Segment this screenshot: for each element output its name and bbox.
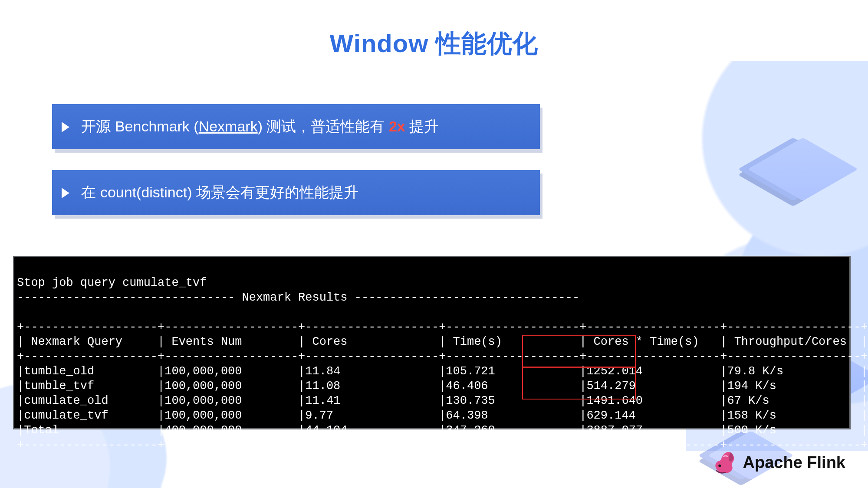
chevron-right-icon bbox=[62, 188, 69, 198]
bullet-text-post: 提升 bbox=[405, 118, 439, 134]
bullet-text: 在 count(distinct) 场景会有更好的性能提升 bbox=[81, 184, 358, 200]
terminal-sep: +-------------------+-------------------… bbox=[17, 350, 868, 363]
terminal-sep: +-------------------+-------------------… bbox=[17, 321, 868, 334]
bullet-text-mid: ) 测试，普适性能有 bbox=[258, 118, 389, 134]
logo-text: Apache Flink bbox=[743, 453, 846, 472]
bullet-count-distinct: 在 count(distinct) 场景会有更好的性能提升 bbox=[52, 170, 540, 215]
terminal-header: | Nexmark Query | Events Num | Cores | T… bbox=[17, 335, 868, 348]
terminal-output: Stop job query cumulate_tvf ------------… bbox=[13, 256, 851, 429]
page-title: Window 性能优化 bbox=[0, 27, 868, 61]
terminal-line: Stop job query cumulate_tvf bbox=[17, 276, 207, 289]
table-row: |cumulate_old |100,000,000 |11.41 |130.7… bbox=[17, 394, 868, 407]
table-row: |tumble_tvf |100,000,000 |11.08 |46.406 … bbox=[17, 380, 868, 393]
apache-flink-logo: Apache Flink bbox=[709, 449, 846, 476]
bullet-text-pre: 开源 Benchmark ( bbox=[81, 118, 198, 134]
bullet-highlight-2x: 2x bbox=[389, 118, 405, 134]
svg-point-0 bbox=[718, 465, 721, 467]
table-row: |tumble_old |100,000,000 |11.84 |105.721… bbox=[17, 365, 868, 378]
flink-squirrel-icon bbox=[709, 449, 736, 476]
chevron-right-icon bbox=[62, 122, 69, 132]
bg-cube bbox=[748, 138, 858, 201]
table-row: |Total |400,000,000 |44.104 |347.260 |38… bbox=[17, 424, 868, 437]
terminal-blank bbox=[17, 306, 24, 319]
link-nexmark[interactable]: Nexmark bbox=[199, 118, 258, 134]
bullet-benchmark: 开源 Benchmark (Nexmark) 测试，普适性能有 2x 提升 bbox=[52, 104, 540, 149]
terminal-line: ------------------------------- Nexmark … bbox=[17, 291, 579, 304]
table-row: |cumulate_tvf |100,000,000 |9.77 |64.398… bbox=[17, 409, 868, 422]
